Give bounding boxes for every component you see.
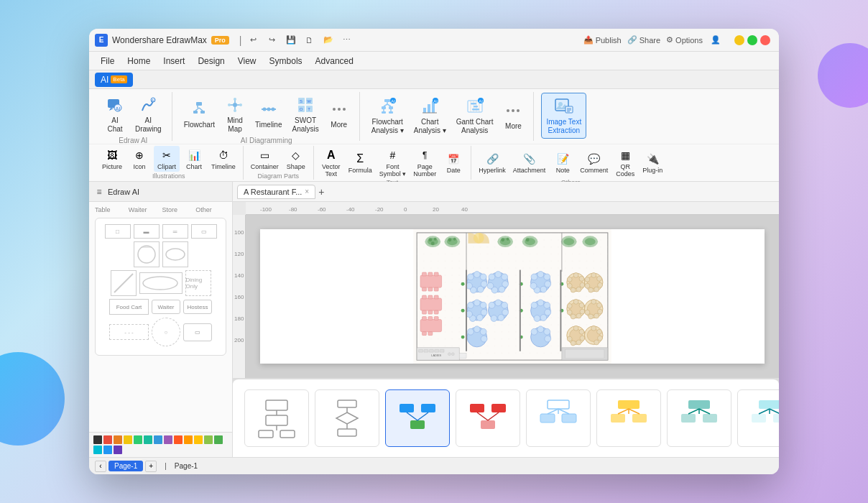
container-button[interactable]: ▭ Container <box>248 146 282 172</box>
color-green[interactable] <box>134 435 142 444</box>
color-orange[interactable] <box>114 435 122 444</box>
color-amber[interactable] <box>184 435 193 444</box>
chart-button[interactable]: 📊 Chart <box>181 146 207 172</box>
qr-codes-button[interactable]: ▦ QRCodes <box>612 146 638 179</box>
diagram-area[interactable]: LADIES <box>260 229 765 364</box>
swot-button[interactable]: S W O T SWOTAnalysis <box>287 92 323 137</box>
color-cyan[interactable] <box>93 446 102 454</box>
color-teal[interactable] <box>144 435 152 444</box>
color-blue[interactable] <box>154 435 162 444</box>
vector-text-button[interactable]: A VectorText <box>318 146 344 179</box>
color-green2[interactable] <box>214 435 223 444</box>
template-card-3[interactable] <box>385 389 450 447</box>
template-card-2[interactable] <box>315 389 379 447</box>
shape-round-table[interactable] <box>134 241 160 267</box>
chart-analysis-button[interactable]: AI ChartAnalysis ▾ <box>410 93 451 138</box>
note-button[interactable]: 📝 Note <box>550 149 576 175</box>
page-prev-button[interactable]: ‹ <box>95 461 106 472</box>
shape-button[interactable]: ◇ Shape <box>283 146 309 172</box>
picture-button[interactable]: 🖼 Picture <box>99 146 125 172</box>
menu-home[interactable]: Home <box>121 54 156 68</box>
shape-dining-only[interactable]: Dining Only <box>185 270 211 296</box>
canvas-add-tab[interactable]: + <box>318 186 324 198</box>
ai-chat-button[interactable]: AI AIChat <box>101 92 129 137</box>
shape-barrier[interactable]: ▭ <box>183 323 212 341</box>
attachment-button[interactable]: 📎 Attachment <box>510 149 549 175</box>
open-button[interactable]: 📂 <box>321 33 336 47</box>
menu-insert[interactable]: Insert <box>157 54 190 68</box>
minimize-button[interactable] <box>734 35 744 45</box>
page-1-tab[interactable]: Page-1 <box>108 461 143 471</box>
shape-diagonal[interactable] <box>111 270 137 296</box>
page-1-inactive[interactable]: Page-1 <box>169 461 203 471</box>
more-analysis-button[interactable]: More <box>499 98 527 134</box>
gantt-chart-button[interactable]: AI Gantt ChartAnalysis <box>452 93 498 138</box>
color-yellow[interactable] <box>124 435 132 444</box>
menu-view[interactable]: View <box>232 54 262 68</box>
menu-design[interactable]: Design <box>192 54 230 68</box>
canvas-viewport[interactable]: -100 -80 -60 -40 -20 0 20 40 100 120 140… <box>233 202 779 378</box>
canvas-tab-active[interactable]: A Restaurant F... × <box>237 185 315 199</box>
publish-button[interactable]: 📤 Publish <box>583 35 622 45</box>
font-symbol-button[interactable]: # FontSymbol ▾ <box>377 146 410 179</box>
clipart-button[interactable]: ✂ Clipart <box>154 146 180 172</box>
template-card-6[interactable] <box>596 389 661 447</box>
shape-wide-oval[interactable] <box>139 272 183 294</box>
shape-food-cart[interactable]: Food Cart <box>109 299 149 315</box>
flowchart-analysis-button[interactable]: AI FlowchartAnalysis ▾ <box>367 93 408 138</box>
color-deep-orange[interactable] <box>174 435 183 444</box>
tab-ai[interactable]: AI Beta <box>95 73 133 87</box>
color-lime[interactable] <box>204 435 213 444</box>
more-toolbar[interactable]: ⋯ <box>340 33 354 47</box>
shape-hostess[interactable]: Hostess <box>183 300 212 314</box>
shape-rect-table[interactable]: □ <box>105 224 131 239</box>
canvas-close-button[interactable]: × <box>305 188 309 195</box>
comment-button[interactable]: 💬 Comment <box>577 149 611 175</box>
canvas-content[interactable]: LADIES <box>246 215 779 378</box>
color-yellow2[interactable] <box>194 435 203 444</box>
page-number-button[interactable]: ¶ PageNumber <box>410 146 439 179</box>
close-button[interactable] <box>760 35 770 45</box>
add-page-button[interactable]: + <box>145 461 157 472</box>
timeline-button[interactable]: Timeline <box>251 96 286 132</box>
shape-other-table[interactable]: ▭ <box>191 224 217 239</box>
flowchart-button[interactable]: Flowchart <box>180 96 219 132</box>
color-red[interactable] <box>103 435 112 444</box>
shape-dashed-circle[interactable]: ○ <box>152 318 180 346</box>
menu-file[interactable]: File <box>95 54 120 68</box>
hyperlink-button[interactable]: 🔗 Hyperlink <box>476 149 509 175</box>
shape-long-table[interactable]: ═ <box>162 224 188 239</box>
more-diagramming-button[interactable]: More <box>325 96 354 132</box>
new-button[interactable]: 🗋 <box>303 33 317 47</box>
template-card-4[interactable] <box>456 389 520 447</box>
template-card-5[interactable] <box>526 389 591 447</box>
color-deep-purple[interactable] <box>114 446 122 454</box>
mind-map-button[interactable]: MindMap <box>221 92 249 137</box>
shape-waiter[interactable]: Waiter <box>152 300 180 314</box>
color-black[interactable] <box>93 435 102 444</box>
plug-in-button[interactable]: 🔌 Plug-in <box>640 149 665 175</box>
icon-button[interactable]: ⊕ Icon <box>126 146 152 172</box>
shape-dashed-rect[interactable]: - - - <box>109 324 149 340</box>
image-text-button[interactable]: Image TextExtraction <box>541 93 586 139</box>
color-blue2[interactable] <box>103 446 112 454</box>
user-icon[interactable]: 👤 <box>708 33 723 47</box>
formula-button[interactable]: Σ Formula <box>346 149 375 175</box>
menu-symbols[interactable]: Symbols <box>264 54 308 68</box>
share-button[interactable]: 🔗 Share <box>627 35 660 45</box>
redo-button[interactable]: ↪ <box>265 33 280 47</box>
timeline2-button[interactable]: ⏱ Timeline <box>208 146 239 172</box>
undo-button[interactable]: ↩ <box>246 33 261 47</box>
menu-advanced[interactable]: Advanced <box>310 54 359 68</box>
options-button[interactable]: ⚙ Options <box>666 35 703 45</box>
template-card-1[interactable] <box>244 389 309 447</box>
save-button[interactable]: 💾 <box>284 33 298 47</box>
shape-wide-table[interactable]: ▬ <box>134 224 160 239</box>
date-button[interactable]: 📅 Date <box>440 149 466 175</box>
template-card-7[interactable] <box>667 389 731 447</box>
shape-oval-table[interactable] <box>162 241 188 267</box>
template-card-8[interactable] <box>737 389 779 447</box>
ai-drawing-button[interactable]: AI AIDrawing <box>131 92 166 137</box>
color-purple[interactable] <box>164 435 172 444</box>
maximize-button[interactable] <box>747 35 757 45</box>
